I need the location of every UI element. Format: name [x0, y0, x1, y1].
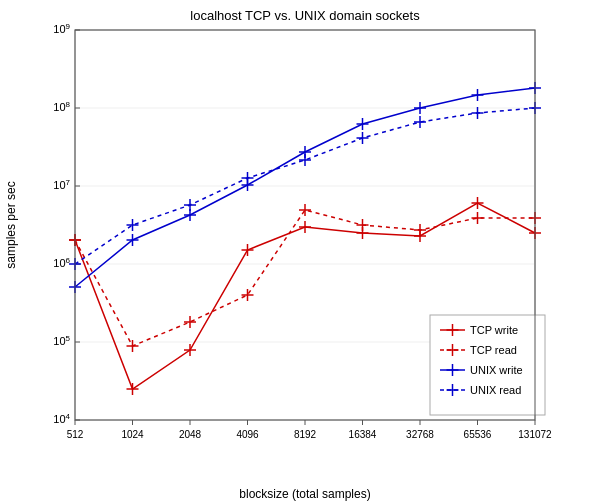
chart-title: localhost TCP vs. UNIX domain sockets — [190, 8, 420, 23]
legend-tcp-read-label: TCP read — [470, 344, 517, 356]
legend-unix-write-label: UNIX write — [470, 364, 523, 376]
x-tick-7: 32768 — [406, 429, 434, 440]
legend-unix-read-label: UNIX read — [470, 384, 521, 396]
x-tick-8: 65536 — [464, 429, 492, 440]
chart-container: localhost TCP vs. UNIX domain sockets sa… — [0, 0, 611, 504]
legend-tcp-write-label: TCP write — [470, 324, 518, 336]
x-tick-1: 512 — [67, 429, 84, 440]
x-tick-4: 4096 — [236, 429, 259, 440]
x-tick-9: 131072 — [518, 429, 552, 440]
x-tick-2: 1024 — [121, 429, 144, 440]
x-tick-5: 8192 — [294, 429, 317, 440]
x-tick-3: 2048 — [179, 429, 202, 440]
x-axis-label: blocksize (total samples) — [239, 487, 370, 501]
x-tick-6: 16384 — [349, 429, 377, 440]
y-axis-label: samples per sec — [4, 181, 18, 268]
